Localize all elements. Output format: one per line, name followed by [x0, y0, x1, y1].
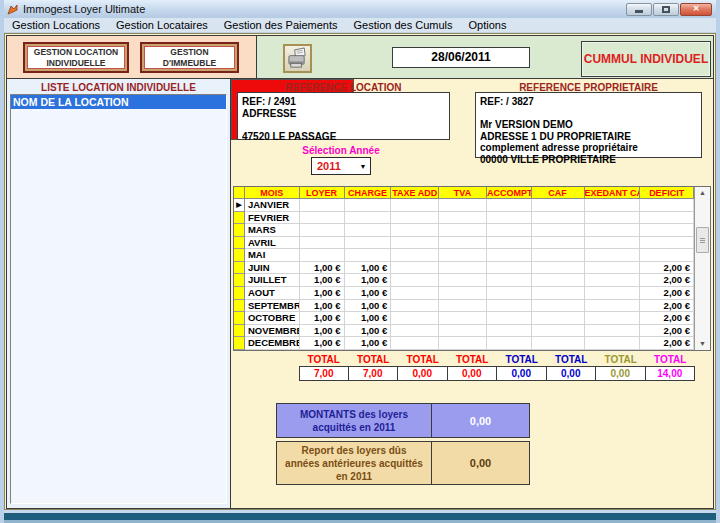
close-button[interactable]: ✕: [680, 3, 712, 16]
month-cell[interactable]: OCTOBRE: [245, 312, 300, 325]
value-cell[interactable]: [585, 199, 641, 212]
value-cell[interactable]: [532, 312, 585, 325]
value-cell[interactable]: [391, 262, 439, 275]
value-cell[interactable]: [640, 212, 694, 225]
menu-item[interactable]: Gestion des Cumuls: [346, 18, 461, 33]
scrollbar-thumb[interactable]: [696, 227, 709, 253]
table-row[interactable]: AVRIL: [234, 237, 694, 250]
value-cell[interactable]: [487, 224, 532, 237]
value-cell[interactable]: [640, 224, 694, 237]
value-cell[interactable]: 1,00 €: [300, 287, 345, 300]
year-selector-dropdown[interactable]: 2011 ▼: [311, 157, 371, 175]
month-cell[interactable]: MARS: [245, 224, 300, 237]
table-row[interactable]: FEVRIER: [234, 212, 694, 225]
value-cell[interactable]: [532, 212, 585, 225]
month-cell[interactable]: NOVEMBRE: [245, 325, 300, 338]
value-cell[interactable]: [487, 337, 532, 350]
value-cell[interactable]: 1,00 €: [345, 300, 392, 313]
value-cell[interactable]: [585, 325, 641, 338]
value-cell[interactable]: 1,00 €: [300, 262, 345, 275]
value-cell[interactable]: [532, 262, 585, 275]
value-cell[interactable]: [532, 274, 585, 287]
value-cell[interactable]: [439, 274, 487, 287]
value-cell[interactable]: [585, 237, 641, 250]
print-button[interactable]: [283, 44, 312, 73]
value-cell[interactable]: [487, 212, 532, 225]
value-cell[interactable]: [585, 262, 641, 275]
value-cell[interactable]: 2,00 €: [640, 337, 694, 350]
table-row[interactable]: AOUT1,00 €1,00 €2,00 €: [234, 287, 694, 300]
value-cell[interactable]: [487, 262, 532, 275]
value-cell[interactable]: [640, 199, 694, 212]
value-cell[interactable]: [532, 249, 585, 262]
value-cell[interactable]: [640, 249, 694, 262]
value-cell[interactable]: 2,00 €: [640, 274, 694, 287]
current-date-field[interactable]: 28/06/2011: [392, 47, 530, 68]
value-cell[interactable]: [391, 212, 439, 225]
value-cell[interactable]: [585, 337, 641, 350]
month-cell[interactable]: JUILLET: [245, 274, 300, 287]
value-cell[interactable]: [391, 337, 439, 350]
value-cell[interactable]: [532, 337, 585, 350]
scroll-down-icon[interactable]: ▼: [695, 338, 710, 350]
value-cell[interactable]: [345, 212, 392, 225]
value-cell[interactable]: 1,00 €: [345, 262, 392, 275]
value-cell[interactable]: [439, 337, 487, 350]
value-cell[interactable]: [300, 224, 345, 237]
value-cell[interactable]: [345, 237, 392, 250]
value-cell[interactable]: [532, 199, 585, 212]
month-cell[interactable]: AOUT: [245, 287, 300, 300]
value-cell[interactable]: [439, 287, 487, 300]
month-cell[interactable]: JANVIER: [245, 199, 300, 212]
value-cell[interactable]: [585, 249, 641, 262]
gestion-immeuble-button[interactable]: GESTION D'IMMEUBLE: [140, 42, 239, 73]
value-cell[interactable]: [532, 237, 585, 250]
table-row[interactable]: ▶JANVIER: [234, 199, 694, 212]
menu-item[interactable]: Gestion Locations: [4, 18, 108, 33]
value-cell[interactable]: 1,00 €: [300, 325, 345, 338]
value-cell[interactable]: [487, 287, 532, 300]
value-cell[interactable]: [532, 287, 585, 300]
value-cell[interactable]: 1,00 €: [345, 287, 392, 300]
month-cell[interactable]: SEPTEMBRE: [245, 300, 300, 313]
value-cell[interactable]: [345, 249, 392, 262]
table-row[interactable]: JUIN1,00 €1,00 €2,00 €: [234, 262, 694, 275]
value-cell[interactable]: 1,00 €: [300, 300, 345, 313]
value-cell[interactable]: [439, 300, 487, 313]
value-cell[interactable]: [640, 237, 694, 250]
month-cell[interactable]: AVRIL: [245, 237, 300, 250]
value-cell[interactable]: [391, 287, 439, 300]
month-cell[interactable]: MAI: [245, 249, 300, 262]
menu-item[interactable]: Options: [461, 18, 515, 33]
value-cell[interactable]: 1,00 €: [345, 274, 392, 287]
scroll-up-icon[interactable]: ▲: [695, 187, 710, 199]
value-cell[interactable]: [487, 237, 532, 250]
value-cell[interactable]: [585, 287, 641, 300]
value-cell[interactable]: [345, 199, 392, 212]
maximize-button[interactable]: [653, 3, 679, 16]
value-cell[interactable]: [585, 312, 641, 325]
table-row[interactable]: MARS: [234, 224, 694, 237]
value-cell[interactable]: [439, 212, 487, 225]
value-cell[interactable]: 1,00 €: [345, 337, 392, 350]
value-cell[interactable]: [585, 300, 641, 313]
minimize-button[interactable]: [626, 3, 652, 16]
value-cell[interactable]: [487, 300, 532, 313]
value-cell[interactable]: [391, 325, 439, 338]
value-cell[interactable]: [439, 199, 487, 212]
value-cell[interactable]: [439, 224, 487, 237]
value-cell[interactable]: [391, 300, 439, 313]
value-cell[interactable]: [391, 237, 439, 250]
value-cell[interactable]: 1,00 €: [300, 337, 345, 350]
value-cell[interactable]: [391, 224, 439, 237]
value-cell[interactable]: [439, 312, 487, 325]
value-cell[interactable]: [345, 224, 392, 237]
table-row[interactable]: DECEMBRE1,00 €1,00 €2,00 €: [234, 337, 694, 350]
value-cell[interactable]: [487, 199, 532, 212]
value-cell[interactable]: [585, 224, 641, 237]
value-cell[interactable]: [439, 237, 487, 250]
value-cell[interactable]: 1,00 €: [345, 312, 392, 325]
value-cell[interactable]: [487, 249, 532, 262]
value-cell[interactable]: [300, 249, 345, 262]
table-row[interactable]: MAI: [234, 249, 694, 262]
